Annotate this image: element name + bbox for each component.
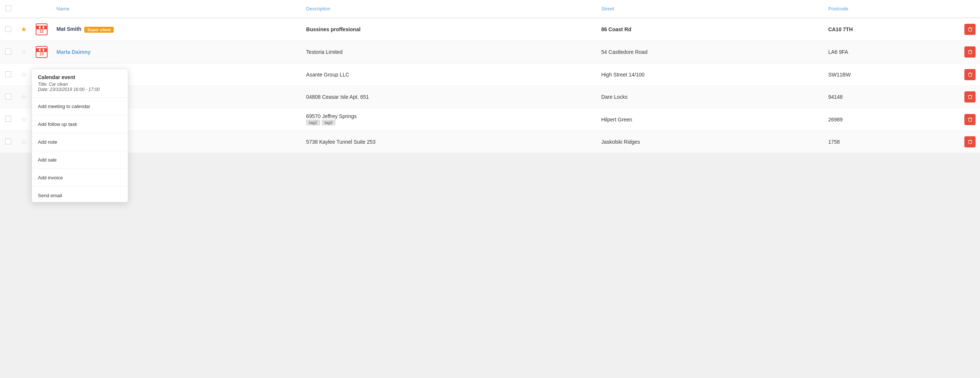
row-checkbox[interactable]	[5, 138, 11, 145]
delete-button[interactable]	[964, 91, 975, 102]
header-cal-cell	[31, 0, 52, 18]
row-postcode-cell: CA10 7TH	[824, 18, 960, 41]
header-street: Street	[597, 0, 824, 18]
row-postcode-cell: SW11BW	[824, 64, 960, 86]
popup-event-title-value: Car clean	[49, 82, 68, 87]
row-delete-cell	[960, 131, 980, 153]
calendar-date-num: 22	[40, 29, 43, 33]
table-row: ☆04808 Ceasar Isle Apt. 651Dare Locks941…	[0, 86, 980, 108]
popup-event-title-label: Title:	[38, 82, 48, 87]
trash-icon	[968, 139, 972, 145]
trash-icon	[968, 94, 972, 100]
popup-divider	[32, 97, 128, 98]
header-checkbox-cell	[0, 0, 16, 18]
contacts-table: Name Description Street Postcode ★ 22 Ma…	[0, 0, 980, 153]
row-calendar-cell: 22	[31, 18, 52, 41]
row-star-cell: ☆	[16, 41, 31, 64]
row-star-cell: ☆	[16, 131, 31, 153]
row-postcode-cell: 1758	[824, 131, 960, 153]
row-delete-cell	[960, 64, 980, 86]
popup-menu-item-0[interactable]: Add meeting to calendar	[32, 100, 128, 113]
table-row: ☆69570 Jeffrey Springstag2tag3Hilpert Gr…	[0, 108, 980, 131]
popup-event-date: Date: 23/10/2019 16:00 - 17:00	[38, 87, 122, 92]
row-checkbox-cell	[0, 86, 16, 108]
trash-icon	[968, 49, 972, 55]
row-checkbox-cell	[0, 64, 16, 86]
delete-button[interactable]	[964, 24, 975, 35]
star-empty-icon[interactable]: ☆	[21, 116, 27, 123]
row-description-cell: Asante Group LLC	[302, 64, 597, 86]
contact-street: Jaskolski Ridges	[601, 139, 640, 145]
contacts-table-wrapper: Name Description Street Postcode ★ 22 Ma…	[0, 0, 980, 153]
row-description-cell: 69570 Jeffrey Springstag2tag3	[302, 108, 597, 131]
delete-button[interactable]	[964, 114, 975, 125]
delete-button[interactable]	[964, 136, 975, 148]
row-checkbox[interactable]	[5, 94, 11, 100]
contact-postcode: SW11BW	[828, 71, 851, 78]
row-checkbox-cell	[0, 18, 16, 41]
row-checkbox-cell	[0, 108, 16, 131]
row-postcode-cell: 26989	[824, 108, 960, 131]
row-delete-cell	[960, 108, 980, 131]
table-row: ★ 22 Mat SmithSuper clientBussines proff…	[0, 18, 980, 41]
star-empty-icon[interactable]: ☆	[21, 93, 27, 101]
calendar-event-popup: Calendar event Title: Car clean Date: 23…	[32, 69, 128, 153]
contact-description: Bussines proffesional	[306, 26, 360, 32]
calendar-date-num: 23	[40, 52, 43, 56]
row-checkbox[interactable]	[5, 116, 11, 122]
popup-menu-divider	[32, 115, 128, 116]
delete-button[interactable]	[964, 69, 975, 80]
row-delete-cell	[960, 86, 980, 108]
header-postcode: Postcode	[824, 0, 960, 18]
contact-postcode: 1758	[828, 139, 840, 145]
delete-button[interactable]	[964, 46, 975, 57]
popup-event-date-value: 23/10/2019 16:00 - 17:00	[50, 87, 100, 92]
header-action-cell	[960, 0, 980, 18]
trash-icon	[968, 27, 972, 32]
star-filled-icon[interactable]: ★	[21, 25, 27, 33]
row-checkbox[interactable]	[5, 26, 11, 32]
row-street-cell: Jaskolski Ridges	[597, 131, 824, 153]
star-empty-icon[interactable]: ☆	[21, 48, 27, 56]
contact-description: 5738 Kaylee Tunnel Suite 253	[306, 139, 375, 145]
row-checkbox[interactable]	[5, 49, 11, 55]
contact-postcode: 94148	[828, 94, 843, 100]
row-name-cell: Marta Daimny	[52, 41, 302, 64]
star-empty-icon[interactable]: ☆	[21, 71, 27, 78]
contact-description: 69570 Jeffrey Springs	[306, 113, 356, 119]
row-checkbox[interactable]	[5, 71, 11, 77]
row-postcode-cell: LA6 9FA	[824, 41, 960, 64]
calendar-icon[interactable]: 23	[36, 46, 48, 58]
contact-badge: Super client	[84, 27, 114, 33]
contact-tag: tag3	[322, 119, 336, 125]
contact-description: Asante Group LLC	[306, 71, 349, 78]
popup-menu-item-2[interactable]: Add note	[32, 135, 128, 149]
contact-description: Testoria Limited	[306, 49, 342, 55]
row-postcode-cell: 94148	[824, 86, 960, 108]
row-checkbox-cell	[0, 41, 16, 64]
contact-postcode: 26989	[828, 117, 843, 122]
contact-name[interactable]: Marta Daimny	[56, 49, 91, 55]
star-empty-icon[interactable]: ☆	[21, 138, 27, 146]
popup-event-date-label: Date:	[38, 87, 49, 92]
contact-description: 04808 Ceasar Isle Apt. 651	[306, 94, 369, 100]
popup-header: Calendar event Title: Car clean Date: 23…	[32, 69, 128, 95]
row-street-cell: High Street 14/100	[597, 64, 824, 86]
contact-street: 54 Castledore Road	[601, 49, 648, 55]
row-name-cell: Mat SmithSuper client	[52, 18, 302, 41]
calendar-icon[interactable]: 22	[36, 24, 48, 35]
contact-tag: tag2	[306, 119, 320, 125]
popup-menu-divider	[32, 133, 128, 133]
contact-street: Hilpert Green	[601, 117, 632, 122]
header-star-cell	[16, 0, 31, 18]
trash-icon	[968, 72, 972, 77]
table-row: ☆ 23 Marta DaimnyTestoria Limited54 Cast…	[0, 41, 980, 64]
row-star-cell: ☆	[16, 64, 31, 86]
popup-menu-item-1[interactable]: Add follow up task	[32, 118, 128, 131]
row-description-cell: Testoria Limited	[302, 41, 597, 64]
select-all-checkbox[interactable]	[5, 5, 11, 11]
contact-name[interactable]: Mat Smith	[56, 26, 81, 32]
contact-street: Dare Locks	[601, 94, 627, 100]
row-street-cell: Dare Locks	[597, 86, 824, 108]
row-delete-cell	[960, 41, 980, 64]
